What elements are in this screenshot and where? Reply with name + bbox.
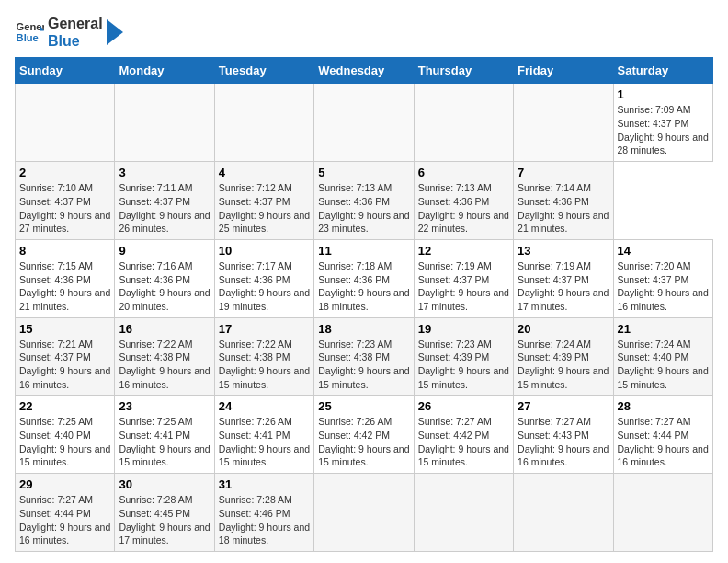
sunset-label: Sunset: 4:42 PM — [418, 430, 490, 441]
sunrise-label: Sunrise: 7:12 AM — [219, 182, 292, 193]
sunset-label: Sunset: 4:37 PM — [618, 118, 689, 129]
daylight-label: Daylight: 9 hours and 21 minutes. — [19, 287, 110, 312]
calendar-table: SundayMondayTuesdayWednesdayThursdayFrid… — [15, 57, 713, 552]
sunrise-label: Sunrise: 7:26 AM — [219, 416, 292, 427]
logo-blue: Blue — [48, 32, 103, 50]
day-info: Sunrise: 7:26 AM Sunset: 4:41 PM Dayligh… — [219, 415, 310, 469]
col-header-friday: Friday — [514, 58, 613, 84]
day-cell: 13 Sunrise: 7:19 AM Sunset: 4:37 PM Dayl… — [514, 239, 613, 317]
day-info: Sunrise: 7:27 AM Sunset: 4:44 PM Dayligh… — [19, 493, 110, 547]
sunset-label: Sunset: 4:42 PM — [318, 430, 390, 441]
empty-cell — [115, 84, 214, 162]
day-cell: 24 Sunrise: 7:26 AM Sunset: 4:41 PM Dayl… — [214, 396, 313, 474]
day-cell: 20 Sunrise: 7:24 AM Sunset: 4:39 PM Dayl… — [514, 317, 613, 396]
sunrise-label: Sunrise: 7:16 AM — [119, 260, 192, 271]
sunrise-label: Sunrise: 7:18 AM — [318, 260, 392, 271]
calendar-week-row: 22 Sunrise: 7:25 AM Sunset: 4:40 PM Dayl… — [16, 396, 713, 474]
day-info: Sunrise: 7:23 AM Sunset: 4:38 PM Dayligh… — [318, 338, 409, 392]
sunset-label: Sunset: 4:37 PM — [418, 274, 490, 285]
day-info: Sunrise: 7:19 AM Sunset: 4:37 PM Dayligh… — [418, 259, 509, 314]
sunrise-label: Sunrise: 7:26 AM — [318, 416, 392, 427]
daylight-label: Daylight: 9 hours and 15 minutes. — [618, 365, 709, 390]
day-info: Sunrise: 7:24 AM Sunset: 4:39 PM Dayligh… — [518, 338, 609, 392]
sunrise-label: Sunrise: 7:27 AM — [518, 416, 591, 427]
day-cell: 23 Sunrise: 7:25 AM Sunset: 4:41 PM Dayl… — [115, 396, 214, 474]
empty-cell — [514, 474, 613, 552]
sunset-label: Sunset: 4:38 PM — [219, 351, 290, 362]
day-cell: 8 Sunrise: 7:15 AM Sunset: 4:36 PM Dayli… — [16, 239, 115, 317]
day-info: Sunrise: 7:21 AM Sunset: 4:37 PM Dayligh… — [19, 338, 110, 392]
calendar-week-row: 2 Sunrise: 7:10 AM Sunset: 4:37 PM Dayli… — [16, 162, 713, 240]
day-info: Sunrise: 7:13 AM Sunset: 4:36 PM Dayligh… — [418, 181, 509, 236]
daylight-label: Daylight: 9 hours and 16 minutes. — [19, 365, 110, 390]
day-number: 22 — [19, 399, 110, 413]
daylight-label: Daylight: 9 hours and 21 minutes. — [518, 210, 609, 235]
day-info: Sunrise: 7:28 AM Sunset: 4:45 PM Dayligh… — [119, 493, 210, 547]
day-info: Sunrise: 7:27 AM Sunset: 4:44 PM Dayligh… — [618, 415, 709, 469]
sunrise-label: Sunrise: 7:24 AM — [518, 339, 591, 350]
daylight-label: Daylight: 9 hours and 15 minutes. — [518, 365, 609, 390]
day-number: 12 — [418, 244, 509, 258]
daylight-label: Daylight: 9 hours and 20 minutes. — [119, 287, 210, 312]
day-info: Sunrise: 7:25 AM Sunset: 4:41 PM Dayligh… — [119, 415, 210, 469]
day-cell: 17 Sunrise: 7:22 AM Sunset: 4:38 PM Dayl… — [214, 317, 313, 396]
sunrise-label: Sunrise: 7:27 AM — [19, 494, 93, 505]
sunrise-label: Sunrise: 7:13 AM — [318, 182, 392, 193]
day-info: Sunrise: 7:15 AM Sunset: 4:36 PM Dayligh… — [19, 259, 110, 314]
day-cell: 3 Sunrise: 7:11 AM Sunset: 4:37 PM Dayli… — [115, 162, 214, 240]
sunrise-label: Sunrise: 7:28 AM — [219, 494, 292, 505]
sunset-label: Sunset: 4:36 PM — [418, 196, 490, 207]
day-cell: 1 Sunrise: 7:09 AM Sunset: 4:37 PM Dayli… — [613, 84, 712, 162]
day-cell: 5 Sunrise: 7:13 AM Sunset: 4:36 PM Dayli… — [314, 162, 414, 240]
day-number: 5 — [318, 166, 409, 179]
sunset-label: Sunset: 4:43 PM — [518, 430, 589, 441]
sunset-label: Sunset: 4:36 PM — [318, 274, 390, 285]
day-cell: 18 Sunrise: 7:23 AM Sunset: 4:38 PM Dayl… — [314, 317, 414, 396]
sunset-label: Sunset: 4:37 PM — [618, 274, 689, 285]
day-number: 28 — [618, 399, 709, 413]
daylight-label: Daylight: 9 hours and 15 minutes. — [318, 365, 409, 390]
day-info: Sunrise: 7:11 AM Sunset: 4:37 PM Dayligh… — [119, 181, 210, 236]
day-cell: 29 Sunrise: 7:27 AM Sunset: 4:44 PM Dayl… — [16, 474, 115, 552]
sunset-label: Sunset: 4:37 PM — [518, 274, 589, 285]
day-number: 18 — [318, 322, 409, 336]
logo: General Blue General Blue — [15, 15, 123, 50]
sunrise-label: Sunrise: 7:11 AM — [119, 182, 192, 193]
sunrise-label: Sunrise: 7:15 AM — [19, 260, 93, 271]
day-info: Sunrise: 7:16 AM Sunset: 4:36 PM Dayligh… — [119, 259, 210, 314]
sunrise-label: Sunrise: 7:24 AM — [618, 339, 691, 350]
day-number: 20 — [518, 322, 609, 336]
svg-marker-3 — [107, 19, 123, 45]
day-cell: 10 Sunrise: 7:17 AM Sunset: 4:36 PM Dayl… — [214, 239, 313, 317]
day-number: 17 — [219, 322, 310, 336]
day-cell: 9 Sunrise: 7:16 AM Sunset: 4:36 PM Dayli… — [115, 239, 214, 317]
sunset-label: Sunset: 4:37 PM — [19, 351, 91, 362]
daylight-label: Daylight: 9 hours and 18 minutes. — [318, 287, 409, 312]
sunset-label: Sunset: 4:36 PM — [119, 274, 190, 285]
day-number: 9 — [119, 244, 210, 258]
svg-text:Blue: Blue — [17, 32, 39, 43]
daylight-label: Daylight: 9 hours and 23 minutes. — [318, 210, 409, 235]
day-cell: 31 Sunrise: 7:28 AM Sunset: 4:46 PM Dayl… — [214, 474, 313, 552]
logo-general: General — [48, 15, 103, 32]
calendar-week-row: 8 Sunrise: 7:15 AM Sunset: 4:36 PM Dayli… — [16, 239, 713, 317]
sunset-label: Sunset: 4:36 PM — [219, 274, 290, 285]
col-header-tuesday: Tuesday — [214, 58, 313, 84]
daylight-label: Daylight: 9 hours and 15 minutes. — [119, 443, 210, 468]
day-cell: 22 Sunrise: 7:25 AM Sunset: 4:40 PM Dayl… — [16, 396, 115, 474]
sunset-label: Sunset: 4:45 PM — [119, 508, 190, 519]
daylight-label: Daylight: 9 hours and 16 minutes. — [618, 443, 709, 468]
day-number: 13 — [518, 244, 609, 258]
sunrise-label: Sunrise: 7:14 AM — [518, 182, 591, 193]
day-info: Sunrise: 7:24 AM Sunset: 4:40 PM Dayligh… — [618, 338, 709, 392]
day-number: 21 — [618, 322, 709, 336]
sunrise-label: Sunrise: 7:27 AM — [418, 416, 492, 427]
daylight-label: Daylight: 9 hours and 15 minutes. — [19, 443, 110, 468]
day-info: Sunrise: 7:25 AM Sunset: 4:40 PM Dayligh… — [19, 415, 110, 469]
sunset-label: Sunset: 4:37 PM — [219, 196, 290, 207]
day-number: 3 — [119, 166, 210, 179]
col-header-sunday: Sunday — [16, 58, 115, 84]
day-info: Sunrise: 7:13 AM Sunset: 4:36 PM Dayligh… — [318, 181, 409, 236]
day-info: Sunrise: 7:26 AM Sunset: 4:42 PM Dayligh… — [318, 415, 409, 469]
sunrise-label: Sunrise: 7:10 AM — [19, 182, 93, 193]
